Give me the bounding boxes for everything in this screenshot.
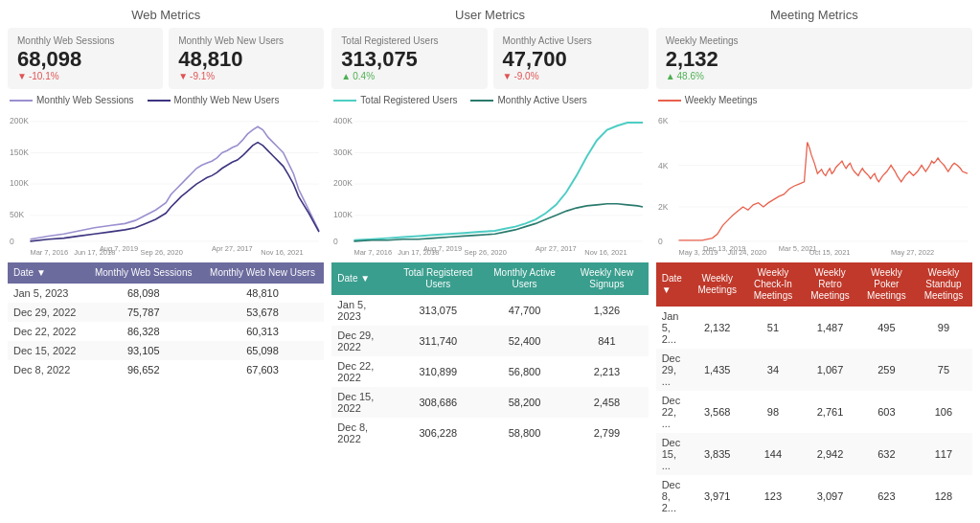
user-chart-svg: 400K 300K 200K 100K 0 Mar 7, 2016 Jun 17… bbox=[331, 111, 648, 257]
up-arrow-icon: ▲ bbox=[341, 71, 351, 81]
svg-text:May 27, 2022: May 27, 2022 bbox=[891, 248, 934, 257]
web-table-panel: Date ▼ Monthly Web Sessions Monthly Web … bbox=[8, 262, 324, 515]
weekly-retro-cell: 1,487 bbox=[802, 307, 858, 349]
web-new-users-label: Monthly Web New Users bbox=[178, 35, 314, 46]
meeting-date-col-header[interactable]: Date ▼ bbox=[656, 262, 691, 307]
weekly-meetings-legend-line bbox=[658, 100, 681, 102]
web-sessions-kpi: Monthly Web Sessions 68,098 ▼ -10.1% bbox=[8, 28, 163, 89]
monthly-active-cell: 58,800 bbox=[484, 418, 565, 448]
user-panel-title: User Metrics bbox=[331, 8, 648, 22]
up-arrow-icon: ▲ bbox=[666, 71, 675, 81]
weekly-checkin-col-header[interactable]: Weekly Check-In Meetings bbox=[744, 262, 802, 307]
total-registered-value: 313,075 bbox=[341, 48, 477, 71]
weekly-checkin-cell: 123 bbox=[744, 475, 802, 515]
monthly-active-label: Monthly Active Users bbox=[503, 35, 639, 46]
weekly-signups-cell: 1,326 bbox=[565, 295, 648, 326]
total-registered-kpi: Total Registered Users 313,075 ▲ 0.4% bbox=[331, 28, 487, 89]
weekly-retro-cell: 1,067 bbox=[802, 349, 858, 391]
web-metrics-panel: Web Metrics Monthly Web Sessions 68,098 … bbox=[8, 8, 324, 257]
web-sessions-cell: 96,652 bbox=[86, 360, 201, 379]
svg-text:Apr 27, 2017: Apr 27, 2017 bbox=[536, 244, 577, 253]
monthly-active-cell: 56,800 bbox=[484, 356, 565, 387]
web-chart: 200K 150K 100K 50K 0 Mar 7, 2 bbox=[8, 111, 324, 257]
meeting-date-cell: Dec 22, ... bbox=[656, 391, 691, 433]
weekly-signups-cell: 2,458 bbox=[565, 387, 648, 418]
web-table-body: Jan 5, 2023 68,098 48,810 Dec 29, 2022 7… bbox=[8, 284, 324, 379]
svg-text:Sep 26, 2020: Sep 26, 2020 bbox=[465, 248, 507, 257]
meeting-table: Date ▼ Weekly Meetings Weekly Check-In M… bbox=[656, 262, 972, 515]
table-row: Dec 15, 2022 308,686 58,200 2,458 bbox=[331, 387, 648, 418]
weekly-meetings-cell: 3,971 bbox=[691, 475, 744, 515]
web-chart-svg: 200K 150K 100K 50K 0 Mar 7, 2 bbox=[8, 111, 324, 257]
weekly-standup-cell: 99 bbox=[915, 307, 972, 349]
user-table: Date ▼ Total Registered Users Monthly Ac… bbox=[331, 262, 648, 448]
weekly-checkin-cell: 144 bbox=[744, 433, 802, 475]
top-section: Web Metrics Monthly Web Sessions 68,098 … bbox=[8, 8, 972, 257]
monthly-active-col-header[interactable]: Monthly Active Users bbox=[484, 262, 565, 295]
web-new-users-legend: Monthly Web New Users bbox=[148, 95, 280, 105]
web-sessions-col-header[interactable]: Monthly Web Sessions bbox=[86, 262, 201, 284]
web-date-cell: Dec 22, 2022 bbox=[8, 322, 86, 341]
weekly-meetings-value: 2,132 bbox=[666, 48, 963, 71]
weekly-meetings-col-header[interactable]: Weekly Meetings bbox=[691, 262, 744, 307]
monthly-active-cell: 58,200 bbox=[484, 387, 565, 418]
total-registered-legend-line bbox=[333, 100, 356, 102]
svg-text:Aug 7, 2019: Aug 7, 2019 bbox=[100, 244, 138, 253]
weekly-meetings-cell: 2,132 bbox=[691, 307, 744, 349]
weekly-standup-cell: 128 bbox=[915, 475, 972, 515]
meeting-chart-legend: Weekly Meetings bbox=[656, 95, 972, 105]
weekly-retro-cell: 2,942 bbox=[802, 433, 858, 475]
meeting-kpi-row: Weekly Meetings 2,132 ▲ 48.6% bbox=[656, 28, 972, 89]
weekly-poker-col-header[interactable]: Weekly Poker Meetings bbox=[858, 262, 915, 307]
meeting-table-header: Date ▼ Weekly Meetings Weekly Check-In M… bbox=[656, 262, 972, 307]
weekly-signups-cell: 2,213 bbox=[565, 356, 648, 387]
svg-text:Mar 7, 2016: Mar 7, 2016 bbox=[354, 248, 393, 257]
meeting-table-panel: Date ▼ Weekly Meetings Weekly Check-In M… bbox=[656, 262, 972, 515]
monthly-active-legend-line bbox=[470, 100, 493, 102]
svg-text:200K: 200K bbox=[333, 178, 353, 188]
weekly-signups-col-header[interactable]: Weekly New Signups bbox=[565, 262, 648, 295]
table-row: Jan 5, 2023 68,098 48,810 bbox=[8, 284, 324, 303]
svg-text:0: 0 bbox=[10, 237, 14, 246]
table-row: Dec 22, ... 3,568 98 2,761 603 106 bbox=[656, 391, 972, 433]
svg-text:300K: 300K bbox=[333, 148, 353, 157]
web-new-users-cell: 65,098 bbox=[201, 341, 325, 360]
svg-text:0: 0 bbox=[333, 237, 338, 246]
user-chart: 400K 300K 200K 100K 0 Mar 7, 2016 Jun 17… bbox=[331, 111, 648, 257]
weekly-signups-cell: 2,799 bbox=[565, 418, 648, 448]
weekly-standup-col-header[interactable]: Weekly Standup Meetings bbox=[915, 262, 972, 307]
weekly-poker-cell: 632 bbox=[858, 433, 915, 475]
web-sessions-legend: Monthly Web Sessions bbox=[10, 95, 134, 105]
svg-text:50K: 50K bbox=[10, 210, 24, 219]
svg-text:200K: 200K bbox=[10, 116, 29, 125]
web-table-header: Date ▼ Monthly Web Sessions Monthly Web … bbox=[8, 262, 324, 284]
web-new-users-cell: 48,810 bbox=[201, 284, 325, 303]
total-registered-cell: 310,899 bbox=[393, 356, 484, 387]
weekly-retro-cell: 3,097 bbox=[802, 475, 858, 515]
web-date-col-header[interactable]: Date ▼ bbox=[8, 262, 86, 284]
svg-text:Dec 13, 2019: Dec 13, 2019 bbox=[703, 244, 745, 253]
weekly-meetings-kpi: Weekly Meetings 2,132 ▲ 48.6% bbox=[656, 28, 972, 89]
web-date-cell: Dec 15, 2022 bbox=[8, 341, 86, 360]
web-new-users-kpi: Monthly Web New Users 48,810 ▼ -9.1% bbox=[169, 28, 324, 89]
monthly-active-value: 47,700 bbox=[503, 48, 639, 71]
svg-text:Mar 7, 2016: Mar 7, 2016 bbox=[30, 248, 68, 257]
total-registered-cell: 311,740 bbox=[393, 326, 484, 356]
web-date-cell: Jan 5, 2023 bbox=[8, 284, 86, 303]
svg-text:100K: 100K bbox=[10, 178, 29, 188]
web-date-cell: Dec 8, 2022 bbox=[8, 360, 86, 379]
web-sessions-cell: 68,098 bbox=[86, 284, 201, 303]
weekly-standup-cell: 117 bbox=[915, 433, 972, 475]
weekly-retro-cell: 2,761 bbox=[802, 391, 858, 433]
weekly-poker-cell: 603 bbox=[858, 391, 915, 433]
down-arrow-icon: ▼ bbox=[178, 71, 188, 81]
web-new-users-col-header[interactable]: Monthly Web New Users bbox=[201, 262, 325, 284]
total-registered-label: Total Registered Users bbox=[341, 35, 477, 46]
user-date-col-header[interactable]: Date ▼ bbox=[331, 262, 392, 295]
total-registered-col-header[interactable]: Total Registered Users bbox=[393, 262, 484, 295]
weekly-retro-col-header[interactable]: Weekly Retro Meetings bbox=[802, 262, 858, 307]
meeting-chart-svg: 6K 4K 2K 0 May 3, 2019 Jul 24, 2020 Oct … bbox=[656, 111, 972, 257]
weekly-meetings-cell: 1,435 bbox=[691, 349, 744, 391]
web-sessions-line bbox=[30, 126, 319, 239]
meeting-metrics-panel: Meeting Metrics Weekly Meetings 2,132 ▲ … bbox=[656, 8, 972, 257]
